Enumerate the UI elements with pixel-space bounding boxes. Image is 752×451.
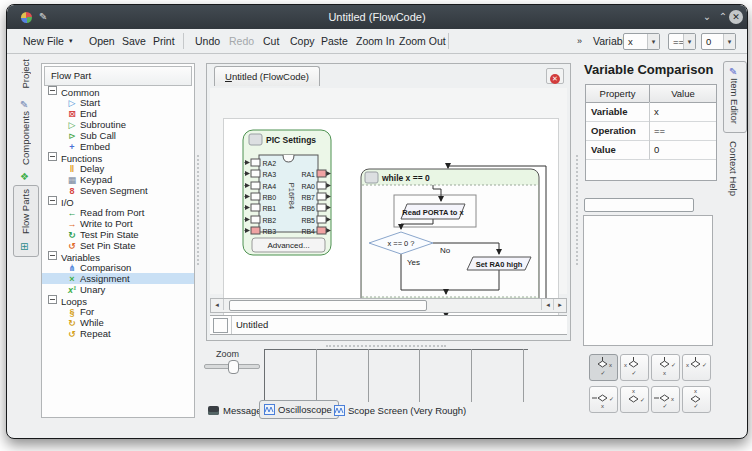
column-header-value[interactable]: Value: [650, 85, 716, 103]
tree-item-start[interactable]: ▷Start: [42, 97, 194, 108]
cut-button[interactable]: Cut: [263, 29, 279, 53]
svg-text:x: x: [632, 388, 635, 394]
zoom-in-button[interactable]: Zoom In: [356, 29, 395, 53]
collapse-icon[interactable]: [48, 152, 57, 161]
column-header-property[interactable]: Property: [586, 85, 650, 103]
chevron-down-icon[interactable]: ▾: [723, 34, 735, 49]
decision-layout-button-7[interactable]: x✓: [651, 386, 680, 413]
while-checkbox[interactable]: [365, 172, 378, 183]
tree-item-test-pin-state[interactable]: ↻Test Pin State: [42, 229, 194, 240]
tree-item-end[interactable]: ⊠End: [42, 108, 194, 119]
print-button[interactable]: Print: [153, 29, 175, 53]
tree-group-common[interactable]: Common: [42, 86, 194, 97]
tree-item-write-to-port[interactable]: →Write to Port: [42, 218, 194, 229]
zoom-label: Zoom: [216, 349, 239, 359]
sidebar-tab-item-editor[interactable]: ✎ Item Editor: [723, 61, 747, 133]
redo-button[interactable]: Redo: [229, 29, 254, 53]
tree-item-seven-segment[interactable]: 8Seven Segment: [42, 185, 194, 196]
chevron-down-icon[interactable]: ▾: [647, 34, 659, 49]
decision-layout-button-5[interactable]: ✓x: [589, 386, 618, 413]
splitter-handle[interactable]: [326, 345, 446, 347]
tree-group-variables[interactable]: Variables: [42, 251, 194, 262]
minimize-button[interactable]: ⌄: [699, 9, 715, 25]
read-porta-label: Read PORTA to x: [402, 208, 464, 217]
document-close-button[interactable]: ✕: [546, 68, 564, 84]
tree-item-embed[interactable]: +Embed: [42, 141, 194, 152]
pic-settings-checkbox[interactable]: [249, 134, 262, 145]
tree-item-assignment[interactable]: ×Assignment: [42, 273, 194, 284]
tree-item-comparison[interactable]: ⋔Comparison: [42, 262, 194, 273]
chevron-down-icon[interactable]: ▾: [683, 34, 695, 49]
tree-item-sub-call[interactable]: ⊳Sub Call: [42, 130, 194, 141]
close-button[interactable]: ✕: [729, 10, 743, 24]
new-file-dropdown-icon[interactable]: ▾: [69, 29, 73, 53]
pic-left-pin-boxes[interactable]: [251, 159, 260, 234]
tree-item-delay[interactable]: ‖Delay: [42, 163, 194, 174]
tree-item-set-pin-state[interactable]: ↺Set Pin State: [42, 240, 194, 251]
save-button[interactable]: Save: [122, 29, 146, 53]
tree-group-io[interactable]: I/O: [42, 196, 194, 207]
sidebar-tab-components[interactable]: Components ❖: [15, 111, 39, 181]
tree-group-functions[interactable]: Functions: [42, 152, 194, 163]
scroll-right-icon[interactable]: ▸: [553, 299, 566, 310]
svg-text:✓: ✓: [632, 370, 637, 376]
scrollbar-thumb[interactable]: [229, 300, 427, 311]
collapse-icon[interactable]: [48, 251, 57, 260]
document-tab[interactable]: Untitled (FlowCode): [214, 66, 320, 86]
tree-item-repeat[interactable]: ↺Repeat: [42, 328, 194, 339]
splitter-handle[interactable]: [197, 155, 199, 265]
tree-item-while[interactable]: ↻While: [42, 317, 194, 328]
tree-item-keypad[interactable]: ▦Keypad: [42, 174, 194, 185]
divider: [231, 316, 232, 334]
tree-item-read-from-port[interactable]: ←Read from Port: [42, 207, 194, 218]
sidebar-tab-flow-parts[interactable]: Flow Parts ⊞: [13, 185, 39, 257]
table-row[interactable]: Value0: [586, 140, 716, 160]
tab-scope-screen[interactable]: Scope Screen (Very Rough): [334, 403, 466, 418]
flowchart-name-checkbox[interactable]: [213, 318, 228, 333]
flowchart-name-field[interactable]: Untitled: [236, 316, 268, 334]
decision-layout-button-1[interactable]: x✓: [589, 354, 618, 381]
value-combobox[interactable]: 0 ▾: [701, 33, 736, 50]
svg-text:RA0: RA0: [301, 183, 315, 190]
tree-item-for[interactable]: §For: [42, 306, 194, 317]
table-row[interactable]: Operation==: [586, 121, 716, 141]
collapse-icon[interactable]: [48, 86, 57, 95]
copy-button[interactable]: Copy: [290, 29, 315, 53]
collapse-icon[interactable]: [48, 295, 57, 304]
tree-group-loops[interactable]: Loops: [42, 295, 194, 306]
collapse-icon[interactable]: [48, 196, 57, 205]
splitter-handle[interactable]: [576, 155, 578, 265]
decision-layout-button-3[interactable]: ✓x: [651, 354, 680, 381]
set-ra0-block[interactable]: Set RA0 high: [467, 257, 531, 270]
zoom-slider-thumb[interactable]: [228, 360, 239, 374]
toolbar-overflow-icon[interactable]: »: [577, 29, 582, 53]
svg-text:RB5: RB5: [301, 217, 315, 224]
tree-item-unary[interactable]: x¹Unary: [42, 284, 194, 295]
undo-button[interactable]: Undo: [195, 29, 220, 53]
scroll-left-icon[interactable]: ◂: [211, 299, 224, 310]
decision-layout-button-8[interactable]: x✓: [682, 386, 711, 413]
decision-layout-button-4[interactable]: x✓: [682, 354, 711, 381]
sidebar-tab-context-help[interactable]: Context Help: [723, 139, 745, 209]
table-row[interactable]: Variablex: [586, 102, 716, 122]
decision-layout-button-6[interactable]: x✓: [620, 386, 649, 413]
sidebar-tab-project[interactable]: Project ✎: [15, 59, 39, 107]
flowchart-canvas[interactable]: PIC Settings P16F84 RA2RA3RA4RB0RB1RB2RB: [223, 118, 559, 320]
scope-left-border: [264, 349, 265, 402]
zoom-out-button[interactable]: Zoom Out: [399, 29, 446, 53]
tab-messages[interactable]: Messages: [208, 403, 266, 418]
window-title: Untitled (FlowCode): [7, 5, 747, 29]
decision-layout-button-2[interactable]: x✓: [620, 354, 649, 381]
canvas-horizontal-scrollbar[interactable]: ◂ ◂ ▸: [210, 298, 567, 313]
new-file-button[interactable]: New File: [23, 29, 64, 53]
paste-button[interactable]: Paste: [321, 29, 348, 53]
tree-item-subroutine[interactable]: ▷Subroutine: [42, 119, 194, 130]
read-porta-block[interactable]: Read PORTA to x: [401, 204, 465, 219]
operation-combobox[interactable]: == ▾: [668, 33, 696, 50]
pic-settings-component[interactable]: PIC Settings P16F84 RA2RA3RA4RB0RB1RB2RB: [243, 130, 331, 255]
variable-combobox[interactable]: x ▾: [623, 33, 660, 50]
titlebar[interactable]: ✎ Untitled (FlowCode) ⌄ ⌃ ✕: [7, 5, 747, 29]
open-button[interactable]: Open: [89, 29, 115, 53]
tab-oscilloscope[interactable]: Oscilloscope: [259, 400, 339, 419]
filter-input[interactable]: [584, 198, 694, 212]
